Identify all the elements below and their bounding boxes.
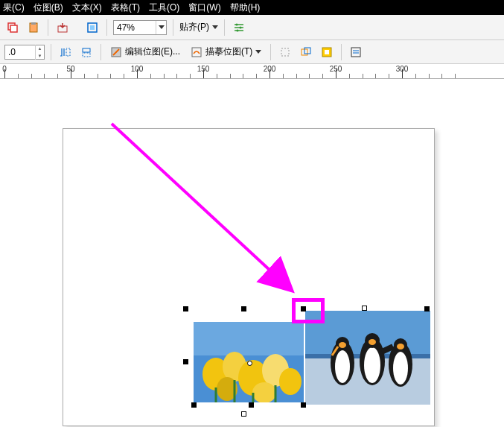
svg-point-44 [397,344,404,349]
svg-point-34 [335,350,350,383]
separator [51,44,51,60]
svg-point-8 [240,26,242,28]
bitmap-mask-icon[interactable] [319,44,335,60]
property-bar: ▲▼ 编辑位图(E)... 描摹位图(T) [0,40,504,64]
standard-toolbar: 贴齐(P) [0,15,504,40]
import-icon[interactable] [54,19,71,36]
resample-icon[interactable] [298,44,314,60]
svg-rect-12 [83,53,90,57]
flip-horizontal-icon[interactable] [57,44,74,60]
snap-label: 贴齐(P) [179,21,209,34]
flip-vertical-icon[interactable] [78,44,95,60]
selection-center-marker[interactable] [247,361,252,366]
edit-bitmap-icon [110,46,122,58]
svg-rect-19 [325,50,329,54]
paste-icon[interactable] [25,19,42,36]
menu-text[interactable]: 文本(X) [72,1,102,14]
separator [270,44,271,60]
svg-rect-3 [31,22,36,25]
selection-handle-w[interactable] [183,359,188,364]
bitmap-penguins[interactable] [305,311,430,405]
coord-value[interactable] [5,47,35,57]
spinner[interactable]: ▲▼ [35,45,44,60]
separator [224,19,225,36]
trace-bitmap-label: 描摹位图(T) [205,45,252,58]
menu-bitmap[interactable]: 位图(B) [34,1,63,14]
fullscreen-icon[interactable] [84,19,101,36]
selection-handle-s[interactable] [249,402,254,408]
selection-handle-sw[interactable] [191,402,197,408]
canvas-area[interactable] [0,79,504,427]
selection-handle-s2[interactable] [241,411,246,417]
menu-window[interactable]: 窗口(W) [188,1,220,14]
chevron-down-icon [255,50,261,54]
menu-table[interactable]: 表格(T) [111,1,140,14]
svg-point-29 [252,382,276,402]
dropdown-icon[interactable] [156,21,166,34]
svg-rect-20 [351,48,360,57]
svg-rect-15 [281,48,289,56]
zoom-combo[interactable] [113,20,167,35]
svg-point-40 [369,339,376,345]
zoom-input[interactable] [114,22,156,33]
copy-icon[interactable] [4,19,21,36]
selection-handle-n2[interactable] [362,306,367,311]
annotation-arrow [104,116,305,303]
svg-rect-6 [90,25,95,30]
selection-handle-ne[interactable] [424,306,430,311]
separator [101,44,101,60]
menu-bar: 果(C) 位图(B) 文本(X) 表格(T) 工具(O) 窗口(W) 帮助(H) [0,0,504,15]
separator [173,19,173,36]
trace-bitmap-icon [191,46,202,58]
separator [106,19,107,36]
selection-handle-nw[interactable] [183,306,188,311]
svg-point-9 [237,29,239,31]
svg-rect-22 [194,322,304,355]
edit-bitmap-label: 编辑位图(E)... [125,45,180,58]
menu-tools[interactable]: 工具(O) [149,1,179,14]
svg-line-45 [112,124,290,289]
svg-rect-14 [192,48,201,57]
svg-point-38 [364,347,380,383]
menu-help[interactable]: 帮助(H) [230,1,261,14]
svg-point-42 [393,352,408,385]
svg-rect-10 [66,48,70,56]
menu-effects[interactable]: 果(C) [3,1,25,14]
options-icon[interactable] [231,19,247,36]
snap-button[interactable]: 贴齐(P) [179,21,218,34]
separator [341,44,342,60]
crop-icon[interactable] [277,44,293,60]
coord-y-input[interactable]: ▲▼ [4,45,45,60]
svg-rect-1 [10,25,17,32]
wrap-text-icon[interactable] [348,44,364,60]
svg-point-7 [236,23,238,25]
edit-bitmap-button[interactable]: 编辑位图(E)... [107,45,183,58]
selection-handle-n[interactable] [241,306,246,311]
horizontal-ruler[interactable]: 050100150200250300 [0,64,504,79]
trace-bitmap-button[interactable]: 描摹位图(T) [188,45,264,58]
separator [48,19,48,36]
svg-point-36 [339,342,346,348]
selection-handle-se[interactable] [301,402,306,408]
svg-rect-11 [83,48,90,52]
svg-point-27 [279,368,302,395]
chevron-down-icon [212,25,218,30]
